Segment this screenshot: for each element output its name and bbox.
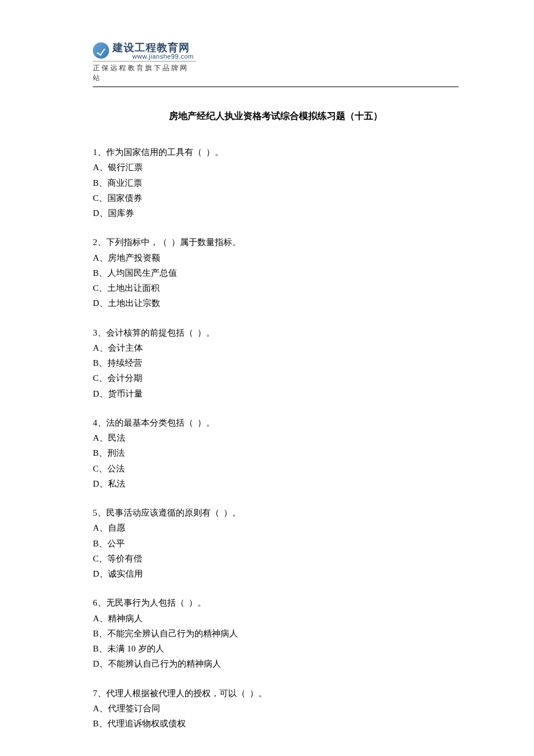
document-page: 建设工程教育网 www.jianshe99.com 正保远程教育旗下品牌网站 房… [0,0,534,756]
question-option: A、自愿 [93,520,459,535]
question-stem: 7、代理人根据被代理人的授权，可以（ ）。 [93,686,459,701]
question-option: B、代理追诉物权或债权 [93,716,459,731]
question-block: 1、作为国家信用的工具有（ ）。 A、银行汇票 B、商业汇票 C、国家债券 D、… [93,145,459,221]
question-block: 4、法的最基本分类包括（ ）。 A、民法 B、刑法 C、公法 D、私法 [93,415,459,491]
question-option: D、诚实信用 [93,566,459,581]
question-stem: 1、作为国家信用的工具有（ ）。 [93,145,459,160]
question-stem: 6、无民事行为人包括（ ）。 [93,595,459,610]
question-stem: 4、法的最基本分类包括（ ）。 [93,415,459,430]
question-option: A、民法 [93,430,459,445]
document-title: 房地产经纪人执业资格考试综合模拟练习题（十五） [93,110,459,123]
question-option: B、刑法 [93,445,459,460]
question-option: D、国库券 [93,206,459,221]
question-block: 5、民事活动应该遵循的原则有（ ）。 A、自愿 B、公平 C、等价有偿 D、诚实… [93,505,459,581]
question-option: D、不能辨认自己行为的精神病人 [93,656,459,671]
question-block: 2、下列指标中，（ ）属于数量指标。 A、房地产投资额 B、人均国民生产总值 C… [93,235,459,311]
question-option: D、土地出让宗数 [93,296,459,311]
question-stem: 3、会计核算的前提包括（ ）。 [93,325,459,340]
question-option: C、公法 [93,461,459,476]
logo-text-url: www.jianshe99.com [132,53,194,60]
site-header: 建设工程教育网 www.jianshe99.com 正保远程教育旗下品牌网站 [93,41,459,83]
question-option: A、代理签订合同 [93,701,459,716]
question-option: C、等价有偿 [93,551,459,566]
question-option: B、不能完全辨认自己行为的精神病人 [93,626,459,641]
question-option: B、公平 [93,536,459,551]
question-stem: 5、民事活动应该遵循的原则有（ ）。 [93,505,459,520]
question-option: A、房地产投资额 [93,250,459,265]
question-option: C、国家债券 [93,190,459,206]
question-option: B、人均国民生产总值 [93,265,459,280]
header-divider [93,87,459,87]
question-option: A、银行汇票 [93,160,459,175]
question-option: D、货币计量 [93,386,459,401]
question-option: B、商业汇票 [93,175,459,190]
question-option: A、精神病人 [93,611,459,626]
question-block: 7、代理人根据被代理人的授权，可以（ ）。 A、代理签订合同 B、代理追诉物权或… [93,686,459,732]
logo-row: 建设工程教育网 www.jianshe99.com [93,41,459,60]
question-block: 6、无民事行为人包括（ ）。 A、精神病人 B、不能完全辨认自己行为的精神病人 … [93,595,459,671]
question-option: A、会计主体 [93,340,459,355]
logo-slogan: 正保远程教育旗下品牌网站 [93,61,196,83]
logo-icon [93,42,109,59]
question-block: 3、会计核算的前提包括（ ）。 A、会计主体 B、持续经营 C、会计分期 D、货… [93,325,459,401]
question-option: C、土地出让面积 [93,280,459,296]
question-option: B、持续经营 [93,355,459,370]
question-option: B、未满 10 岁的人 [93,641,459,656]
question-stem: 2、下列指标中，（ ）属于数量指标。 [93,235,459,250]
question-option: C、会计分期 [93,370,459,386]
question-option: D、私法 [93,476,459,491]
